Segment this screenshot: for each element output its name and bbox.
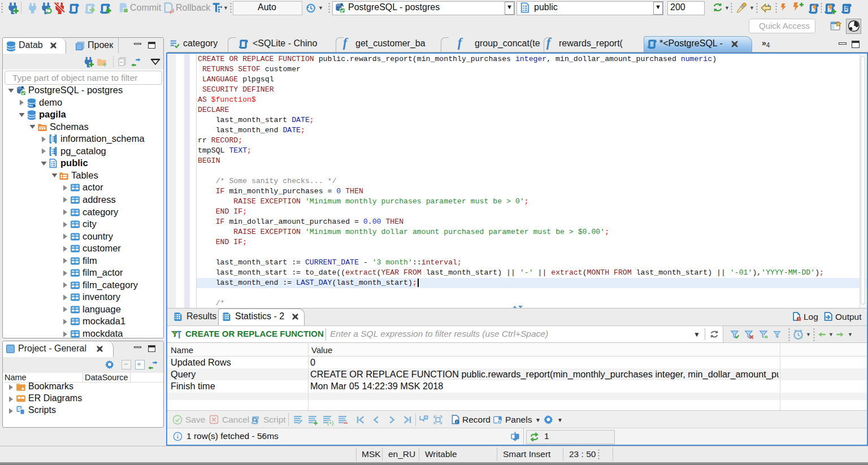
- svg-text:f: f: [546, 36, 552, 50]
- svg-text:(+): (+): [327, 420, 333, 426]
- svg-text:f: f: [458, 36, 463, 50]
- svg-text:f: f: [343, 36, 349, 50]
